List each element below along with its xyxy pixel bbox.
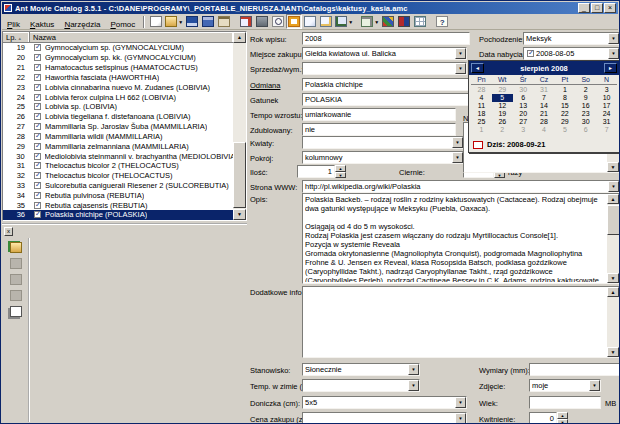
- row-checkbox[interactable]: ✓: [34, 94, 41, 101]
- cena-zakupu-select[interactable]: ▼: [302, 412, 467, 424]
- import-button[interactable]: ▼: [334, 14, 354, 29]
- list-row-21[interactable]: 21✓Hamatocactus setispinus (HAMATOCACTUS…: [3, 63, 234, 73]
- calendar-day[interactable]: 4: [534, 126, 555, 134]
- dropdown-arrow-icon[interactable]: ▼: [589, 380, 600, 391]
- data-nabycia-select[interactable]: ✓2008-08-05▼: [523, 47, 620, 60]
- row-checkbox[interactable]: ✓: [34, 182, 41, 189]
- kwitnienie-updown[interactable]: ▲▼: [557, 412, 568, 424]
- kwitnienie-spinner[interactable]: 0: [529, 412, 557, 424]
- row-checkbox[interactable]: ✓: [34, 202, 41, 209]
- calendar-day[interactable]: 27: [513, 118, 534, 126]
- spin-down-icon[interactable]: ▼: [557, 419, 568, 424]
- scroll-down-icon[interactable]: ▼: [233, 209, 246, 220]
- calendar-day[interactable]: 16: [575, 102, 596, 110]
- calendar-day[interactable]: 15: [554, 102, 575, 110]
- list-row-19[interactable]: 19✓Gymnocalycium sp. (GYMNOCALYCIUM): [3, 43, 234, 53]
- miejsce-zakupu-select[interactable]: Giełda kwiatowa ul. Balicka▼: [302, 47, 467, 60]
- menu-item-plik[interactable]: Plik: [2, 18, 25, 31]
- dropdown-arrow-icon[interactable]: ▼: [455, 48, 466, 59]
- zdublowany-input[interactable]: nie: [302, 123, 456, 136]
- row-checkbox[interactable]: ✓: [34, 74, 41, 81]
- date-checkbox[interactable]: ✓: [527, 50, 534, 57]
- calendar-day[interactable]: 22: [554, 110, 575, 118]
- calendar-day[interactable]: 6: [513, 94, 534, 102]
- calendar-day[interactable]: 4: [471, 94, 492, 102]
- row-checkbox[interactable]: ✓: [34, 123, 41, 130]
- list-row-22[interactable]: 22✓Haworthia fasciata (HAWORTHIA): [3, 72, 234, 82]
- kwiaty-select[interactable]: ▼: [302, 136, 464, 149]
- calendar-day[interactable]: 30: [575, 118, 596, 126]
- ilosc-updown[interactable]: ▲▼: [335, 165, 346, 178]
- save-file-as-button[interactable]: [200, 14, 216, 29]
- column-header-lp[interactable]: Lp.▴: [3, 32, 30, 42]
- close-button[interactable]: ×: [604, 3, 616, 13]
- open-picture-button[interactable]: [8, 240, 24, 254]
- row-checkbox[interactable]: ✓: [34, 84, 41, 91]
- scrollbar-thumb[interactable]: [607, 205, 620, 235]
- calendar-day[interactable]: 20: [513, 110, 534, 118]
- list-row-23[interactable]: 23✓Lobivia cinnabarina nuevo M. Zudanes …: [3, 82, 234, 92]
- temp-w-zimie-select[interactable]: ▼: [302, 379, 420, 392]
- random-pick-button[interactable]: [396, 14, 412, 29]
- scroll-up-icon[interactable]: ▲: [233, 32, 246, 43]
- calendar-day[interactable]: 3: [596, 86, 617, 94]
- ilosc-spinner[interactable]: 1: [297, 165, 335, 178]
- calendar-day[interactable]: 2: [575, 86, 596, 94]
- add-record-button[interactable]: [238, 14, 254, 29]
- list-row-33[interactable]: 33✓Sulcorebutia caniguerali Riesener 2 (…: [3, 181, 234, 191]
- row-checkbox[interactable]: ✓: [34, 64, 41, 71]
- dropdown-arrow-icon[interactable]: ▼: [455, 63, 466, 74]
- row-checkbox[interactable]: ✓: [34, 113, 41, 120]
- calendar-day[interactable]: 8: [554, 94, 575, 102]
- calendar-day[interactable]: 13: [513, 102, 534, 110]
- calendar-day[interactable]: 6: [575, 126, 596, 134]
- calendar-day[interactable]: 3: [513, 126, 534, 134]
- scroll-up-icon[interactable]: ▲: [607, 287, 619, 297]
- row-checkbox[interactable]: ✓: [34, 54, 41, 61]
- dropdown-arrow-icon[interactable]: ▼: [608, 48, 619, 59]
- sprzedaz-wym-select[interactable]: ▼: [302, 62, 467, 75]
- list-row-29[interactable]: 29✓Mammillaria zelmanniana (MAMMILLARIA): [3, 141, 234, 151]
- calendar-footer[interactable]: Dziś: 2008-09-21: [473, 140, 545, 149]
- row-checkbox[interactable]: ✓: [34, 192, 41, 199]
- list-row-31[interactable]: 31✓Thelocactus bicolor 2 (THELOCACTUS): [3, 161, 234, 171]
- dropdown-arrow-icon[interactable]: ▼: [455, 397, 466, 408]
- calendar-day[interactable]: 28: [534, 118, 555, 126]
- spin-down-icon[interactable]: ▼: [335, 172, 346, 179]
- calendar-day[interactable]: 26: [492, 118, 513, 126]
- stanowisko-select[interactable]: Słonecznie▼: [302, 363, 420, 376]
- calendar-day[interactable]: 31: [596, 118, 617, 126]
- row-checkbox[interactable]: ✓: [34, 44, 41, 51]
- calendar-day[interactable]: 7: [596, 126, 617, 134]
- doniczka-select[interactable]: 5x5▼: [302, 396, 467, 409]
- list-row-32[interactable]: 32✓Thelocactus bicolor (THELOCACTUS): [3, 171, 234, 181]
- list-row-34[interactable]: 34✓Rebutia pulvinosa (REBUTIA): [3, 190, 234, 200]
- calendar-day[interactable]: 30: [513, 86, 534, 94]
- calendar-day[interactable]: 23: [575, 110, 596, 118]
- scroll-down-icon[interactable]: ▼: [607, 162, 619, 172]
- dropdown-arrow-icon[interactable]: ▼: [455, 413, 466, 424]
- list-row-24[interactable]: 24✓Lobivia ferox culpina LH 662 (LOBIVIA…: [3, 92, 234, 102]
- scrollbar-thumb[interactable]: [233, 142, 246, 208]
- dropdown-arrow-icon[interactable]: ▼: [608, 181, 619, 192]
- row-checkbox[interactable]: ✓: [34, 172, 41, 179]
- calendar-day[interactable]: 28: [471, 86, 492, 94]
- row-checkbox[interactable]: ✓: [34, 103, 41, 110]
- row-checkbox[interactable]: ✓: [34, 133, 41, 140]
- calendar-day[interactable]: 9: [575, 94, 596, 102]
- dropdown-caret-icon[interactable]: ▼: [178, 19, 183, 25]
- new-file-button[interactable]: [148, 14, 164, 29]
- scroll-down-icon[interactable]: ▼: [607, 273, 619, 283]
- calendar-day[interactable]: 14: [534, 102, 555, 110]
- internet-info-button[interactable]: [380, 14, 396, 29]
- calendar-prev-button[interactable]: ◄: [471, 63, 484, 73]
- list-scrollbar[interactable]: ▲ ▼: [233, 32, 246, 220]
- menu-item-kaktus[interactable]: Kaktus: [25, 18, 59, 31]
- minimize-button[interactable]: _: [578, 3, 590, 13]
- undock-picture-button[interactable]: [8, 304, 24, 318]
- copy-clipboard-button[interactable]: [216, 14, 232, 29]
- dodatkowe-info-textarea[interactable]: ▲▼: [302, 286, 620, 358]
- menu-item-narzdzia[interactable]: Narzędzia: [59, 18, 105, 31]
- wymiary-input[interactable]: [529, 363, 620, 376]
- loan-button[interactable]: [302, 14, 318, 29]
